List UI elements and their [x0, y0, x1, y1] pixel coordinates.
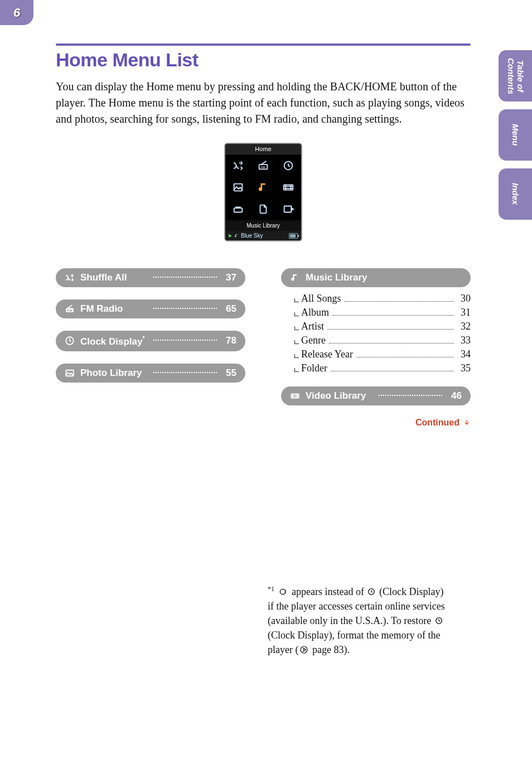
fm-icon: FM [257, 159, 269, 172]
item-page: 46 [451, 390, 462, 402]
item-page: 55 [226, 368, 236, 379]
page-number-tab: 6 [0, 0, 33, 25]
footnote-marker: *1 [268, 585, 274, 593]
music-icon [257, 181, 269, 194]
svg-rect-11 [291, 394, 299, 398]
list-item[interactable]: Folder 35 [292, 362, 471, 374]
pointer-icon [298, 645, 309, 654]
list-item[interactable]: Artist 32 [292, 321, 471, 332]
list-item[interactable]: Release Year 34 [292, 349, 471, 360]
item-label: Shuffle All [80, 272, 144, 283]
item-clock-display[interactable]: Clock Display*1 78 [56, 331, 245, 351]
clock-icon [282, 159, 294, 172]
note-icon [234, 234, 239, 238]
item-label: Clock Display*1 [80, 335, 144, 347]
leader-dots [345, 301, 454, 302]
sub-page: 34 [457, 349, 471, 360]
item-label: Music Library [306, 272, 462, 283]
clock-icon [434, 616, 444, 625]
music-sublist: All Songs 30 Album 31 Artist 32 [292, 293, 471, 374]
list-item[interactable]: All Songs 30 [292, 293, 471, 304]
shuffle-icon [65, 273, 75, 283]
sub-label: Release Year [301, 349, 353, 360]
fm-icon: FM [65, 304, 75, 314]
svg-text:FM: FM [260, 165, 265, 168]
sub-page: 30 [457, 293, 471, 304]
page-number: 6 [13, 6, 20, 20]
item-fm-radio[interactable]: FM FM Radio 65 [56, 299, 245, 318]
side-tab-index[interactable]: Index [499, 168, 532, 220]
leader-dots [356, 357, 454, 357]
sub-label: Album [301, 307, 329, 318]
item-shuffle-all[interactable]: Shuffle All 37 [56, 268, 245, 287]
down-arrow-icon [463, 419, 471, 427]
sub-page: 33 [457, 335, 471, 346]
sub-label: Artist [301, 321, 324, 332]
sub-label: All Songs [301, 293, 341, 304]
video-icon [290, 391, 300, 401]
item-page: 78 [226, 335, 236, 346]
item-label: Photo Library [80, 368, 144, 379]
device-now-playing: ▶ Blue Sky [225, 231, 301, 240]
leader-dots [332, 315, 454, 316]
item-label: Video Library [306, 390, 370, 402]
device-title: Home [225, 144, 301, 154]
leader-dots [329, 343, 454, 344]
sub-label: Folder [301, 362, 327, 374]
left-column: Shuffle All 37 FM FM Radio 65 Clock Disp… [56, 268, 245, 395]
footnote-text: appears instead of [289, 586, 367, 597]
item-photo-library[interactable]: Photo Library 55 [56, 364, 245, 383]
sub-page: 32 [457, 321, 471, 332]
footnote-text: page 83). [309, 644, 349, 655]
settings-icon [232, 203, 244, 215]
item-page: 65 [226, 303, 236, 315]
leader-dots [327, 329, 454, 330]
svg-text:FM: FM [67, 309, 72, 312]
music-icon [290, 273, 300, 283]
battery-icon [289, 233, 298, 239]
shuffle-icon [232, 159, 244, 172]
clock-icon [366, 587, 376, 596]
intro-text: You can display the Home menu by pressin… [56, 79, 471, 127]
device-selected-label: Music Library [225, 220, 301, 231]
leader-dots [331, 371, 454, 371]
video-icon [282, 181, 294, 194]
sub-page: 31 [457, 307, 471, 318]
playlist-icon [257, 203, 269, 215]
leader-dots [153, 307, 217, 309]
svg-rect-5 [234, 208, 242, 212]
item-music-library[interactable]: Music Library [281, 268, 471, 287]
item-label: FM Radio [80, 303, 144, 315]
photo-icon [65, 368, 75, 378]
leader-dots [153, 371, 217, 373]
list-item[interactable]: Album 31 [292, 307, 471, 318]
online-service-icon [278, 587, 289, 596]
side-tab-toc[interactable]: Table of Contents [499, 50, 532, 101]
now-playing-text: Blue Sky [241, 233, 263, 239]
item-video-library[interactable]: Video Library 46 [281, 386, 471, 405]
title-rule [56, 43, 471, 46]
sub-page: 35 [457, 362, 471, 374]
device-screenshot: Home FM Music Library ▶ Blue Sky [56, 143, 471, 241]
svg-rect-3 [234, 184, 242, 191]
item-page: 37 [226, 272, 236, 283]
side-tab-menu[interactable]: Menu [499, 109, 532, 161]
play-icon: ▶ [229, 233, 232, 238]
footnote: *1 appears instead of (Clock Display) if… [268, 584, 448, 657]
svg-rect-6 [284, 206, 292, 212]
photo-icon [232, 181, 244, 194]
nowplaying-icon [282, 203, 294, 215]
list-item[interactable]: Genre 33 [292, 335, 471, 346]
svg-rect-4 [284, 185, 293, 190]
page-title: Home Menu List [56, 49, 471, 71]
leader-dots [379, 394, 443, 396]
continued-indicator: Continued [281, 418, 471, 428]
side-nav: Table of Contents Menu Index [499, 50, 532, 228]
leader-dots [153, 339, 217, 341]
leader-dots [153, 276, 217, 278]
right-column: Music Library All Songs 30 Album 31 [281, 268, 471, 428]
clock-icon [65, 336, 75, 346]
footnote-text: (Clock Display), format the memory of th… [268, 630, 440, 655]
sub-label: Genre [301, 335, 326, 346]
